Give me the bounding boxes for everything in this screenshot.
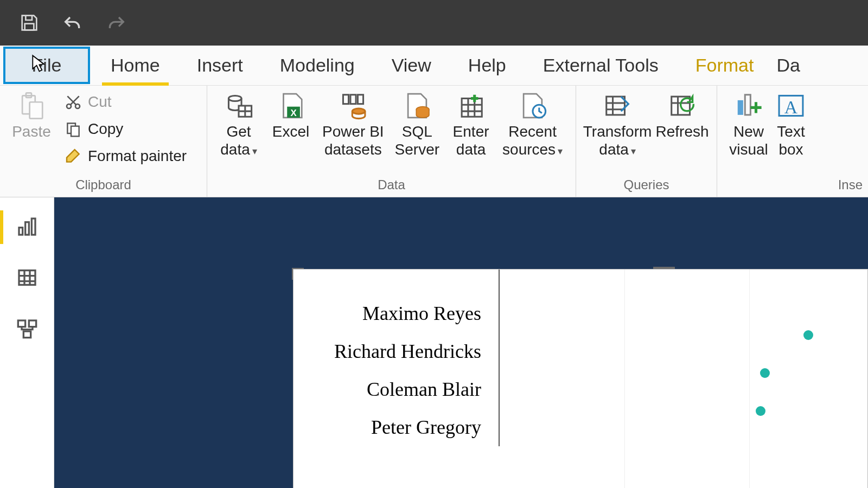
- button-label: Get data: [220, 123, 251, 158]
- svg-rect-26: [25, 222, 29, 235]
- recent-file-icon: [516, 90, 550, 121]
- gridline: [624, 269, 625, 488]
- svg-text:A: A: [784, 97, 798, 117]
- ribbon-tabs: File Home Insert Modeling View Help Exte…: [0, 46, 868, 86]
- svg-rect-3: [30, 102, 43, 118]
- svg-rect-0: [25, 24, 34, 30]
- enter-data-button[interactable]: Enter data: [445, 88, 497, 158]
- chart-y-axis: Maximo Reyes Richard Hendricks Coleman B…: [293, 269, 500, 446]
- button-label: Enter data: [453, 123, 489, 158]
- group-label: Data: [213, 174, 570, 197]
- axis-category: Coleman Blair: [293, 370, 499, 408]
- excel-file-icon: X: [274, 90, 308, 121]
- tab-label: Home: [111, 55, 160, 76]
- tab-data-partial[interactable]: Da: [772, 46, 800, 85]
- button-label: Transform data: [583, 123, 652, 158]
- transform-data-button[interactable]: Transform data▾: [582, 88, 653, 158]
- group-data: Get data▾ X Excel: [207, 86, 576, 197]
- tab-label: File: [32, 55, 62, 76]
- enter-data-icon: [454, 90, 488, 121]
- tab-label: Help: [468, 55, 506, 76]
- get-data-button[interactable]: Get data▾: [213, 88, 265, 158]
- quick-access-toolbar: [0, 0, 868, 46]
- chart-visual[interactable]: Maximo Reyes Richard Hendricks Coleman B…: [293, 269, 868, 488]
- data-view-button[interactable]: [13, 264, 41, 292]
- pbi-datasets-icon: [336, 90, 370, 121]
- svg-rect-14: [358, 95, 363, 104]
- tab-label: Insert: [197, 55, 243, 76]
- data-point[interactable]: [760, 368, 770, 378]
- group-clipboard: Paste Cut: [0, 86, 207, 197]
- button-label: Refresh: [656, 123, 709, 140]
- button-label: Text box: [777, 123, 805, 158]
- database-grid-icon: [222, 90, 256, 121]
- svg-rect-12: [343, 95, 348, 104]
- workspace: Maximo Reyes Richard Hendricks Coleman B…: [0, 197, 868, 488]
- text-box-button[interactable]: A Text box: [775, 88, 807, 158]
- button-label: Format painter: [88, 147, 187, 165]
- chevron-down-icon: ▾: [558, 146, 563, 157]
- report-canvas[interactable]: Maximo Reyes Richard Hendricks Coleman B…: [54, 197, 868, 488]
- data-point[interactable]: [803, 330, 813, 340]
- recent-sources-button[interactable]: Recent sources▾: [497, 88, 568, 158]
- axis-category: Maximo Reyes: [293, 294, 499, 332]
- button-label: Excel: [272, 123, 309, 140]
- undo-button[interactable]: [60, 10, 86, 36]
- button-label: New visual: [729, 123, 768, 158]
- cut-button[interactable]: Cut: [60, 90, 190, 114]
- tab-file[interactable]: File: [3, 47, 90, 84]
- refresh-button[interactable]: Refresh: [653, 88, 711, 140]
- button-label: Recent sources: [502, 123, 557, 158]
- tab-modeling[interactable]: Modeling: [261, 46, 373, 85]
- save-button[interactable]: [16, 10, 42, 36]
- copy-icon: [63, 119, 84, 139]
- tab-label: Da: [776, 55, 800, 76]
- group-label: Queries: [582, 174, 711, 197]
- text-box-icon: A: [775, 90, 807, 121]
- transform-data-icon: [601, 90, 634, 121]
- pbi-datasets-button[interactable]: Power BI datasets: [317, 88, 390, 158]
- svg-text:X: X: [290, 108, 297, 118]
- tab-label: External Tools: [543, 55, 659, 76]
- new-visual-button[interactable]: New visual: [723, 88, 775, 158]
- format-painter-button[interactable]: Format painter: [60, 144, 190, 168]
- tab-label: Format: [695, 55, 754, 76]
- group-insert: New visual A Text box Inse: [717, 86, 868, 197]
- axis-category: Peter Gregory: [293, 408, 499, 446]
- axis-category: Richard Hendricks: [293, 332, 499, 370]
- tab-help[interactable]: Help: [450, 46, 525, 85]
- tab-label: Modeling: [280, 55, 355, 76]
- cut-icon: [63, 92, 84, 112]
- gridline: [749, 269, 750, 488]
- tab-format[interactable]: Format: [677, 46, 773, 85]
- svg-rect-22: [745, 95, 750, 115]
- svg-point-8: [228, 95, 241, 101]
- button-label: Power BI datasets: [322, 123, 384, 158]
- excel-button[interactable]: X Excel: [265, 88, 317, 140]
- tab-home[interactable]: Home: [92, 46, 178, 85]
- view-switcher: [0, 197, 54, 488]
- button-label: Copy: [88, 120, 123, 138]
- copy-button[interactable]: Copy: [60, 117, 190, 141]
- data-point[interactable]: [756, 406, 765, 416]
- tab-view[interactable]: View: [373, 46, 450, 85]
- button-label: Paste: [12, 123, 51, 140]
- report-view-button[interactable]: [13, 213, 41, 241]
- svg-rect-13: [350, 95, 356, 104]
- paste-icon: [15, 90, 48, 121]
- tab-insert[interactable]: Insert: [178, 46, 261, 85]
- button-label: Cut: [88, 93, 112, 111]
- refresh-icon: [666, 90, 699, 121]
- button-label: SQL Server: [395, 123, 439, 158]
- ribbon-home: Paste Cut: [0, 86, 868, 197]
- paste-button[interactable]: Paste: [5, 88, 58, 140]
- sql-server-button[interactable]: SQL Server: [390, 88, 445, 158]
- tab-label: View: [392, 55, 431, 76]
- tab-external-tools[interactable]: External Tools: [525, 46, 677, 85]
- format-painter-icon: [63, 146, 84, 166]
- svg-rect-21: [738, 100, 743, 115]
- svg-rect-7: [71, 126, 79, 137]
- svg-rect-28: [19, 271, 35, 285]
- redo-button[interactable]: [103, 10, 129, 36]
- model-view-button[interactable]: [13, 314, 41, 343]
